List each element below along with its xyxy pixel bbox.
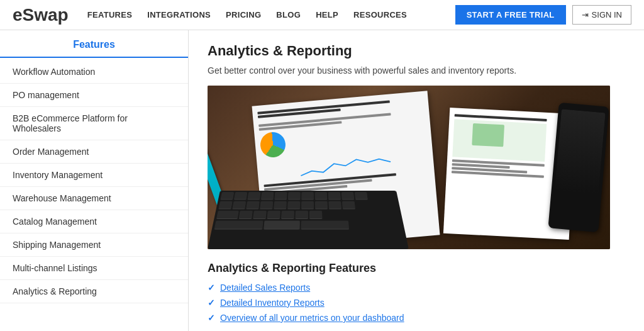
feature-link-inventory[interactable]: Detailed Inventory Reports — [220, 298, 325, 308]
phone-decoration — [548, 103, 609, 232]
main-layout: Features Workflow Automation PO manageme… — [0, 30, 644, 331]
feature-link-sales[interactable]: Detailed Sales Reports — [220, 283, 310, 293]
header-actions: START A FREE TRIAL ⇥ SIGN IN — [455, 5, 631, 25]
sidebar-item-inventory[interactable]: Inventory Management — [0, 164, 188, 187]
sidebar-item-b2b[interactable]: B2B eCommerce Platform for Wholesalers — [0, 107, 188, 140]
sidebar-item-shipping[interactable]: Shipping Management — [0, 233, 188, 257]
sidebar-item-order[interactable]: Order Management — [0, 140, 188, 164]
feature-item-metrics: ✓ Overview of all your metrics on your d… — [208, 313, 625, 323]
sidebar: Features Workflow Automation PO manageme… — [0, 30, 189, 331]
nav-resources[interactable]: RESOURCES — [353, 10, 407, 20]
page-subtitle: Get better control over your business wi… — [208, 65, 625, 76]
trial-button[interactable]: START A FREE TRIAL — [455, 5, 566, 25]
sidebar-item-catalog[interactable]: Catalog Management — [0, 210, 188, 233]
feature-link-metrics[interactable]: Overview of all your metrics on your das… — [220, 313, 404, 323]
feature-image — [208, 86, 610, 249]
feature-item-inventory: ✓ Detailed Inventory Reports — [208, 298, 625, 308]
sidebar-item-po[interactable]: PO management — [0, 84, 188, 107]
sidebar-item-warehouse[interactable]: Warehouse Management — [0, 187, 188, 210]
feature-list: ✓ Detailed Sales Reports ✓ Detailed Inve… — [208, 283, 625, 323]
nav-features[interactable]: FEATURES — [87, 10, 133, 20]
signin-label: SIGN IN — [592, 10, 622, 20]
sidebar-item-multichannel[interactable]: Multi-channel Listings — [0, 257, 188, 280]
feature-item-sales: ✓ Detailed Sales Reports — [208, 283, 625, 293]
header: eSwap FEATURES INTEGRATIONS PRICING BLOG… — [0, 0, 644, 30]
checkmark-icon-1: ✓ — [208, 283, 215, 293]
nav-integrations[interactable]: INTEGRATIONS — [147, 10, 211, 20]
features-section-title: Analytics & Reporting Features — [208, 262, 625, 275]
sidebar-item-analytics[interactable]: Analytics & Reporting — [0, 280, 188, 303]
signin-icon: ⇥ — [582, 10, 589, 20]
keyboard-decoration — [208, 191, 409, 249]
nav-help[interactable]: HELP — [316, 10, 338, 20]
logo[interactable]: eSwap — [13, 5, 69, 25]
logo-e: e — [13, 5, 23, 25]
page-title: Analytics & Reporting — [208, 43, 625, 59]
content-area: Analytics & Reporting Get better control… — [189, 30, 644, 331]
signin-button[interactable]: ⇥ SIGN IN — [572, 5, 631, 25]
logo-swap: Swap — [23, 5, 69, 25]
checkmark-icon-2: ✓ — [208, 298, 215, 308]
nav: FEATURES INTEGRATIONS PRICING BLOG HELP … — [87, 10, 455, 20]
sidebar-item-workflow[interactable]: Workflow Automation — [0, 60, 188, 84]
image-overlay — [208, 86, 610, 249]
sidebar-header: Features — [0, 30, 188, 58]
nav-pricing[interactable]: PRICING — [226, 10, 261, 20]
checkmark-icon-3: ✓ — [208, 313, 215, 323]
nav-blog[interactable]: BLOG — [276, 10, 301, 20]
